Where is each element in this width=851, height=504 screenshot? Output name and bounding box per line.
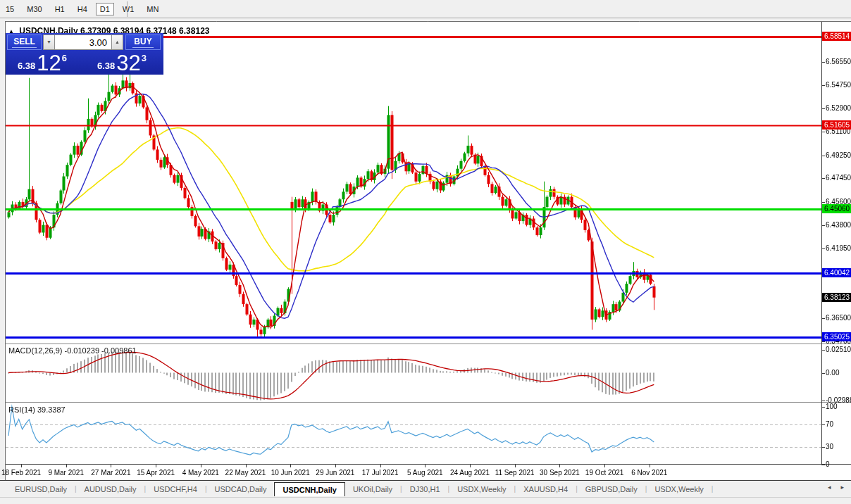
date-tick-label: 4 May 2021 (182, 469, 219, 477)
price-tick-label: 6.41950 (826, 244, 851, 252)
tab-scroll-controls: ◂ ▸ (828, 484, 844, 491)
sell-price-display[interactable]: 6.38 12 6 (7, 51, 77, 73)
timeframe-button-d1[interactable]: D1 (96, 3, 114, 15)
date-tick-label: 22 May 2021 (225, 469, 266, 477)
volume-decrease-button[interactable]: ▼ (43, 34, 55, 50)
date-tick-label: 29 Jun 2021 (316, 469, 354, 477)
buy-price-base: 6.38 (97, 61, 115, 71)
buy-button-label: BUY (132, 37, 153, 48)
buy-price-display[interactable]: 6.38 32 3 (83, 51, 161, 73)
date-tick-label: 10 Jun 2021 (271, 469, 310, 477)
date-tick-label: 15 Apr 2021 (137, 469, 175, 477)
rsi-tick-label: 0 (826, 460, 830, 468)
tab-scroll-right-icon[interactable]: ▸ (840, 484, 844, 491)
date-tick-label: 24 Aug 2021 (450, 469, 490, 477)
date-tick-label: 11 Sep 2021 (495, 469, 535, 477)
date-tick-label: 17 Jul 2021 (362, 469, 399, 477)
tab-separator: | (712, 481, 714, 496)
price-tick-label: 6.54750 (826, 81, 851, 89)
status-strip (0, 497, 851, 504)
macd-indicator-label: MACD(12,26,9) -0.010239 -0.009861 (8, 346, 137, 355)
symbol-tab-xauusd-h4[interactable]: XAUUSD,H4 (516, 481, 576, 496)
symbol-tab-eurusd-daily[interactable]: EURUSD,Daily (7, 481, 75, 496)
symbol-tab-usdcad-daily[interactable]: USDCAD,Daily (207, 481, 275, 496)
price-level-badge: 6.38123 (822, 293, 851, 302)
price-level-badge: 6.51605 (822, 120, 851, 130)
buy-price-big: 32 (116, 53, 140, 73)
timeframe-button-w1[interactable]: W1 (118, 3, 139, 15)
sell-price-base: 6.38 (18, 61, 35, 71)
date-tick-label: 6 Nov 2021 (631, 469, 667, 477)
macd-tick-label: 0.00 (826, 369, 839, 377)
price-tick-label: 6.52900 (826, 104, 851, 112)
price-level-badge: 6.58514 (822, 32, 851, 41)
tab-scroll-left-icon[interactable]: ◂ (828, 484, 831, 491)
sell-button[interactable]: SELL (7, 34, 42, 50)
timeframe-toolbar: 15M30H1H4D1W1MN (0, 0, 851, 18)
volume-spinner: ▼ ▲ (43, 34, 123, 50)
timeframe-button-mn[interactable]: MN (142, 3, 163, 15)
symbol-tab-gbpusd-daily[interactable]: GBPUSD,Daily (578, 481, 645, 496)
rsi-tick-label: 70 (826, 420, 833, 428)
date-tick-label: 27 Mar 2021 (91, 469, 130, 477)
macd-tick-label: 0.025108 (826, 346, 851, 353)
buy-price-sup: 3 (142, 53, 147, 63)
symbol-tab-audusd-daily[interactable]: AUDUSD,Daily (77, 481, 144, 496)
sell-price-big: 12 (37, 53, 61, 73)
date-tick-label: 30 Sep 2021 (540, 469, 580, 477)
price-level-badge: 6.35025 (822, 332, 851, 341)
timeframe-button-h1[interactable]: H1 (51, 3, 69, 15)
price-tick-label: 6.49250 (826, 151, 851, 159)
price-tick-label: 6.36500 (826, 314, 851, 322)
price-tick-label: 6.47450 (826, 174, 851, 182)
volume-increase-button[interactable]: ▲ (111, 34, 123, 50)
symbol-tab-ukoil-daily[interactable]: UKOil,Daily (345, 481, 400, 496)
rsi-tick-label: 100 (826, 403, 838, 410)
rsi-indicator-label: RSI(14) 39.3387 (8, 405, 66, 414)
symbol-tab-usdx-weekly[interactable]: USDX,Weekly (647, 481, 711, 496)
sell-price-sup: 6 (62, 53, 67, 63)
price-level-badge: 6.45060 (822, 204, 851, 213)
price-level-badge: 6.40042 (822, 268, 851, 277)
date-tick-label: 18 Feb 2021 (1, 469, 41, 477)
sell-button-label: SELL (12, 37, 37, 48)
symbol-tab-usdcnh-daily[interactable]: USDCNH,Daily (274, 482, 344, 496)
date-tick-label: 9 Mar 2021 (48, 469, 84, 477)
price-tick-label: 6.56550 (826, 58, 851, 65)
price-chart-canvas[interactable] (0, 0, 851, 504)
volume-input[interactable] (55, 34, 111, 50)
date-tick-label: 5 Aug 2021 (407, 469, 443, 477)
date-tick-label: 19 Oct 2021 (585, 469, 623, 477)
price-tick-label: 6.43800 (826, 221, 851, 229)
toolbar-separator (127, 1, 128, 17)
buy-button[interactable]: BUY (125, 34, 161, 50)
rsi-tick-label: 30 (826, 443, 833, 451)
symbol-tab-usdx-weekly[interactable]: USDX,Weekly (449, 481, 514, 496)
timeframe-button-m30[interactable]: M30 (23, 3, 46, 15)
timeframe-button-15[interactable]: 15 (1, 3, 18, 15)
symbol-tab-bar: EURUSD,Daily|AUDUSD,Daily|USDCHF,H4|USDC… (0, 481, 851, 496)
symbol-tab-usdchf-h4[interactable]: USDCHF,H4 (146, 481, 205, 496)
one-click-trade-panel: SELL ▼ ▲ BUY 6.38 12 6 6.38 32 3 (6, 33, 163, 75)
symbol-tab-dj30-h1[interactable]: DJ30,H1 (402, 481, 448, 496)
timeframe-button-h4[interactable]: H4 (73, 3, 92, 15)
